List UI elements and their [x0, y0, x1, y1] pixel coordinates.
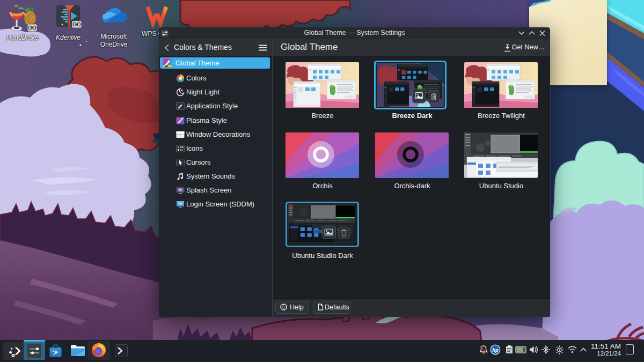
- svg-text:hp: hp: [492, 347, 499, 353]
